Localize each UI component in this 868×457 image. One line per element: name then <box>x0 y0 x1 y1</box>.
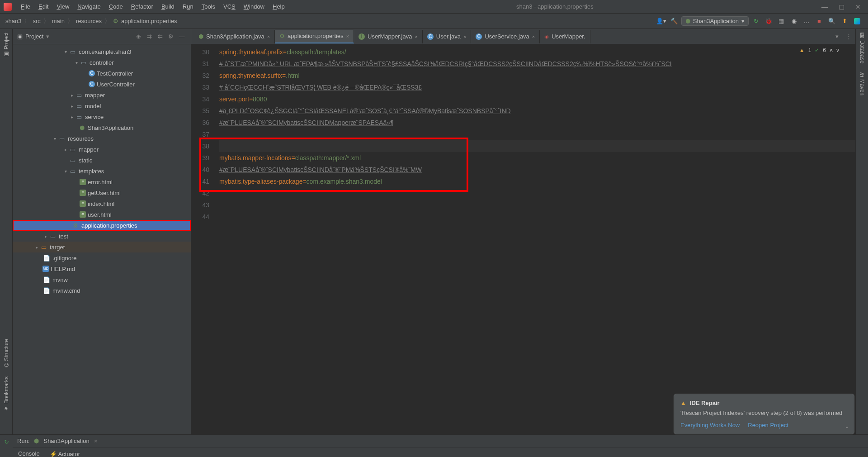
project-tree[interactable]: ▾▭com.example.shan3 ▾▭controller CTestCo… <box>13 44 191 434</box>
close-icon[interactable]: ✕ <box>855 3 861 10</box>
database-tab[interactable]: 🗄 Database <box>859 33 865 63</box>
crumb-main[interactable]: main <box>52 18 65 24</box>
locate-icon[interactable]: ⊕ <box>134 33 143 40</box>
tree-help[interactable]: HELP.md <box>51 266 75 272</box>
tab-usermapper[interactable]: IUserMapper.java× <box>354 30 423 43</box>
stop-icon[interactable]: ■ <box>814 16 825 27</box>
collapse-icon[interactable]: ⇇ <box>156 33 165 40</box>
menu-window[interactable]: Window <box>240 1 268 12</box>
tree-getuserhtml[interactable]: getUser.html <box>88 190 121 196</box>
tree-errorhtml[interactable]: error.html <box>88 179 113 186</box>
tree-userhtml[interactable]: user.html <box>88 211 112 218</box>
tree-appprops-selected[interactable]: ⚙application.properties <box>13 220 191 231</box>
menu-vcs[interactable]: VCS <box>220 1 239 12</box>
structure-tab[interactable]: ⌬ Structure <box>3 339 9 367</box>
project-tab[interactable]: ▣ Project <box>3 33 9 57</box>
run-gutter: ↻ … » <box>0 435 13 457</box>
debug-icon[interactable]: 🐞 <box>763 16 774 27</box>
settings-icon[interactable]: ⚙ <box>166 33 175 40</box>
menu-build[interactable]: Build <box>158 1 178 12</box>
search-icon[interactable]: 🔍 <box>826 16 837 27</box>
editor-pane: ⬢Shan3Application.java× ⚙application.pro… <box>191 29 855 434</box>
crumb-file[interactable]: application.properties <box>121 18 177 24</box>
tree-static[interactable]: static <box>79 157 92 164</box>
menu-code[interactable]: Code <box>105 1 127 12</box>
run-tabs: Console ⚡ Actuator <box>13 447 868 457</box>
project-view-label[interactable]: Project <box>25 33 43 40</box>
update-icon[interactable]: ⬆ <box>839 16 850 27</box>
tree-test[interactable]: test <box>59 233 68 240</box>
rerun-icon[interactable]: ↻ <box>750 16 761 27</box>
menu-tools[interactable]: Tools <box>198 1 219 12</box>
tree-controller[interactable]: controller <box>90 59 113 66</box>
tree-pkg[interactable]: com.example.shan3 <box>79 48 131 55</box>
inspection-widget[interactable]: ▲1 ✓6 ʌv <box>799 47 839 53</box>
project-view-icon: ▣ <box>17 33 23 40</box>
tab-usermapper-xml[interactable]: ◈UserMapper. <box>540 30 590 43</box>
tree-resources[interactable]: resources <box>68 135 94 142</box>
notif-action-reopen[interactable]: Reopen Project <box>748 422 788 428</box>
maven-tab[interactable]: m Maven <box>859 72 865 95</box>
tabs-dropdown[interactable]: ▾ <box>832 33 842 40</box>
menu-file[interactable]: File <box>17 1 34 12</box>
main-area: ▣ Project ⌬ Structure ★ Bookmarks ▣ Proj… <box>0 29 868 434</box>
profile-icon[interactable]: ◉ <box>788 16 799 27</box>
crumb-resources[interactable]: resources <box>76 18 102 24</box>
left-tool-gutter: ▣ Project ⌬ Structure ★ Bookmarks <box>0 29 13 434</box>
tree-target[interactable]: target <box>50 244 65 251</box>
project-header: ▣ Project ▾ ⊕ ⇉ ⇇ ⚙ — <box>13 29 191 44</box>
tab-shanapp[interactable]: ⬢Shan3Application.java× <box>194 30 275 43</box>
tree-mapper[interactable]: mapper <box>85 92 105 99</box>
menu-navigate[interactable]: Navigate <box>74 1 104 12</box>
hammer-icon[interactable]: 🔨 <box>669 16 679 27</box>
run-title: Run: <box>17 438 29 444</box>
tree-mvnwcmd[interactable]: mvnw.cmd <box>52 287 80 294</box>
tree-shanapp[interactable]: Shan3Application <box>88 124 133 131</box>
crumb-src[interactable]: src <box>33 18 40 24</box>
tree-service[interactable]: service <box>85 114 104 120</box>
toolbar: 👤▾ 🔨 ⬢ Shan3Application ▾ ↻ 🐞 ▦ ◉ … ■ 🔍 … <box>656 16 863 27</box>
expand-icon[interactable]: ⇉ <box>145 33 154 40</box>
bookmarks-tab[interactable]: ★ Bookmarks <box>3 376 9 412</box>
notification-popup: ▲IDE Repair 'Rescan Project Indexes' rec… <box>674 394 854 434</box>
run-tab-actuator[interactable]: ⚡ Actuator <box>49 449 81 457</box>
warning-icon: ▲ <box>680 400 686 406</box>
tree-resmapper[interactable]: mapper <box>79 146 99 153</box>
menu-edit[interactable]: Edit <box>35 1 52 12</box>
menu-run[interactable]: Run <box>179 1 197 12</box>
code-area[interactable]: spring.thymeleaf.prefix=classpath:/templ… <box>214 44 855 434</box>
tree-gitignore[interactable]: .gitignore <box>52 255 76 262</box>
menu-refactor[interactable]: Refactor <box>127 1 157 12</box>
tree-mvnw[interactable]: mvnw <box>52 276 68 283</box>
hide-icon[interactable]: — <box>177 33 186 40</box>
minimize-icon[interactable]: — <box>821 3 828 10</box>
run-config-select[interactable]: ⬢ Shan3Application ▾ <box>681 16 749 26</box>
tree-model[interactable]: model <box>85 103 101 109</box>
right-tool-gutter: 🗄 Database m Maven <box>855 29 868 434</box>
notif-action-works[interactable]: Everything Works Now <box>680 422 740 428</box>
coverage-icon[interactable]: ▦ <box>776 16 787 27</box>
user-icon[interactable]: 👤▾ <box>656 16 667 27</box>
rerun-run-icon[interactable]: ↻ <box>4 438 9 445</box>
editor-body[interactable]: ▲1 ✓6 ʌv 303132333435363738394041424344 … <box>191 44 855 434</box>
tree-indexhtml[interactable]: index.html <box>88 200 114 207</box>
tree-usercontroller[interactable]: UserController <box>97 81 135 88</box>
crumb-project[interactable]: shan3 <box>5 18 21 24</box>
tree-testcontroller[interactable]: TestController <box>97 70 133 77</box>
line-gutter: 303132333435363738394041424344 <box>191 44 214 434</box>
run-panel: ↻ … » Run: ⬢ Shan3Application × Console … <box>0 434 868 457</box>
menu-view[interactable]: View <box>53 1 73 12</box>
breadcrumb: shan3〉 src〉 main〉 resources〉 ⚙ applicati… <box>5 17 177 25</box>
attach-icon[interactable]: … <box>801 16 812 27</box>
ide-icon[interactable] <box>852 16 863 27</box>
run-more-icon[interactable]: … <box>4 454 9 457</box>
tab-user[interactable]: CUser.java× <box>423 30 472 43</box>
notif-collapse-icon[interactable]: ⌄ <box>844 423 849 429</box>
maximize-icon[interactable]: ▢ <box>839 3 844 10</box>
menu-help[interactable]: Help <box>269 1 288 12</box>
tree-templates[interactable]: templates <box>79 168 104 175</box>
tab-userservice[interactable]: CUserService.java× <box>471 30 540 43</box>
tab-appprops[interactable]: ⚙application.properties× <box>275 30 354 43</box>
run-tab-console[interactable]: Console <box>17 448 41 457</box>
tabs-menu[interactable]: ⋮ <box>842 33 855 40</box>
